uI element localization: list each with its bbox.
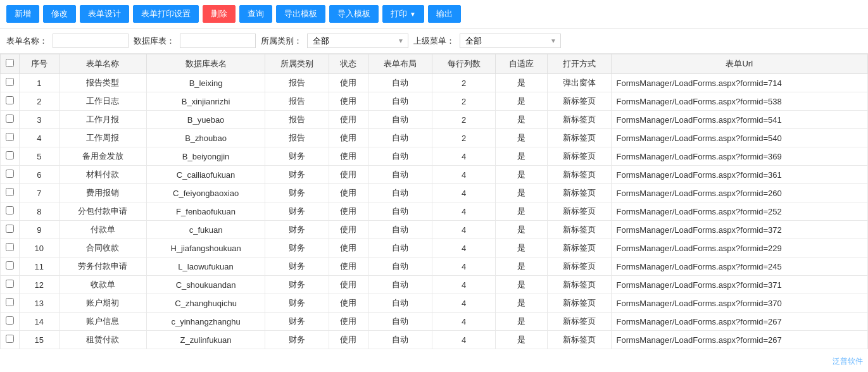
row-cols: 4 (432, 239, 496, 257)
edit-button[interactable]: 修改 (43, 5, 76, 23)
row-seq: 4 (20, 129, 60, 147)
row-checkbox[interactable] (6, 78, 14, 86)
row-status: 使用 (329, 147, 368, 166)
row-checkbox[interactable] (6, 225, 14, 233)
output-button[interactable]: 输出 (428, 5, 461, 23)
row-form-name: 工作月报 (59, 111, 146, 129)
row-checkbox[interactable] (6, 96, 14, 104)
row-adaptive: 是 (496, 294, 548, 313)
row-cols: 2 (432, 129, 496, 147)
row-category: 财务 (265, 184, 329, 202)
row-checkbox[interactable] (6, 280, 14, 288)
table-row: 6 材料付款 C_cailiaofukuan 财务 使用 自动 4 是 新标签页… (1, 166, 868, 184)
print-dropdown-arrow-icon: ▼ (410, 11, 416, 18)
toolbar: 新增 修改 表单设计 表单打印设置 删除 查询 导出模板 导入模板 打印 ▼ 输… (0, 0, 868, 28)
row-url: FormsManager/LoadForms.aspx?formid=260 (611, 184, 867, 202)
row-status: 使用 (329, 313, 368, 331)
row-checkbox[interactable] (6, 170, 14, 178)
row-adaptive: 是 (496, 257, 548, 276)
header-db-table: 数据库表名 (147, 54, 265, 74)
row-cols: 4 (432, 184, 496, 202)
row-checkbox[interactable] (6, 115, 14, 123)
form-design-button[interactable]: 表单设计 (80, 5, 129, 23)
export-template-button[interactable]: 导出模板 (276, 5, 325, 23)
row-db-table: F_fenbaofukuan (147, 202, 265, 221)
row-db-table: B_beiyongjin (147, 147, 265, 166)
table-row: 5 备用金发放 B_beiyongjin 财务 使用 自动 4 是 新标签页 F… (1, 147, 868, 166)
row-form-name: 账户信息 (59, 313, 146, 331)
row-db-table: B_xinjianrizhi (147, 92, 265, 111)
row-category: 财务 (265, 239, 329, 257)
row-checkbox[interactable] (6, 133, 14, 141)
print-button[interactable]: 打印 ▼ (382, 5, 424, 23)
row-checkbox[interactable] (6, 188, 14, 196)
delete-button[interactable]: 删除 (203, 5, 236, 23)
form-name-input[interactable] (53, 34, 129, 48)
row-db-table: c_yinhangzhanghu (147, 313, 265, 331)
table-row: 11 劳务付款申请 L_laowufukuan 财务 使用 自动 4 是 新标签… (1, 257, 868, 276)
row-category: 财务 (265, 166, 329, 184)
row-checkbox[interactable] (6, 298, 14, 306)
row-cols: 2 (432, 74, 496, 92)
row-status: 使用 (329, 331, 368, 349)
category-label: 所属类别： (261, 35, 302, 47)
row-checkbox-cell (1, 221, 20, 239)
header-checkbox-cell (1, 54, 20, 74)
row-status: 使用 (329, 221, 368, 239)
import-template-button[interactable]: 导入模板 (329, 5, 379, 23)
row-cols: 4 (432, 147, 496, 166)
query-button[interactable]: 查询 (239, 5, 272, 23)
db-table-input[interactable] (180, 34, 256, 48)
row-status: 使用 (329, 276, 368, 294)
row-layout: 自动 (368, 239, 432, 257)
form-print-settings-button[interactable]: 表单打印设置 (133, 5, 199, 23)
parent-menu-select[interactable]: 全部 (460, 34, 560, 47)
header-category: 所属类别 (265, 54, 329, 74)
row-url: FormsManager/LoadForms.aspx?formid=361 (611, 166, 867, 184)
row-adaptive: 是 (496, 331, 548, 349)
row-status: 使用 (329, 111, 368, 129)
row-db-table: Z_zulinfukuan (147, 331, 265, 349)
row-open-mode: 新标签页 (547, 239, 611, 257)
row-category: 财务 (265, 221, 329, 239)
row-db-table: C_zhanghuqichu (147, 294, 265, 313)
row-cols: 4 (432, 166, 496, 184)
row-cols: 2 (432, 111, 496, 129)
row-url: FormsManager/LoadForms.aspx?formid=372 (611, 221, 867, 239)
row-seq: 5 (20, 147, 60, 166)
add-button[interactable]: 新增 (6, 5, 39, 23)
table-row: 9 付款单 c_fukuan 财务 使用 自动 4 是 新标签页 FormsMa… (1, 221, 868, 239)
row-url: FormsManager/LoadForms.aspx?formid=245 (611, 257, 867, 276)
row-checkbox[interactable] (6, 243, 14, 251)
row-checkbox[interactable] (6, 261, 14, 270)
row-adaptive: 是 (496, 221, 548, 239)
row-category: 财务 (265, 276, 329, 294)
row-layout: 自动 (368, 294, 432, 313)
category-select[interactable]: 全部 报告 财务 行政 人事 (308, 34, 408, 47)
select-all-checkbox[interactable] (6, 59, 14, 67)
row-category: 财务 (265, 202, 329, 221)
row-category: 报告 (265, 74, 329, 92)
row-db-table: H_jiafangshoukuan (147, 239, 265, 257)
row-db-table: B_zhoubao (147, 129, 265, 147)
row-checkbox-cell (1, 184, 20, 202)
row-url: FormsManager/LoadForms.aspx?formid=714 (611, 74, 867, 92)
header-cols: 每行列数 (432, 54, 496, 74)
table-row: 14 账户信息 c_yinhangzhanghu 财务 使用 自动 4 是 新标… (1, 313, 868, 331)
row-category: 报告 (265, 111, 329, 129)
row-checkbox[interactable] (6, 335, 14, 343)
table-row: 15 租赁付款 Z_zulinfukuan 财务 使用 自动 4 是 新标签页 … (1, 331, 868, 349)
row-open-mode: 新标签页 (547, 184, 611, 202)
row-checkbox[interactable] (6, 151, 14, 159)
row-seq: 9 (20, 221, 60, 239)
row-cols: 4 (432, 294, 496, 313)
row-adaptive: 是 (496, 92, 548, 111)
row-seq: 1 (20, 74, 60, 92)
row-checkbox[interactable] (6, 206, 14, 214)
row-checkbox-cell (1, 257, 20, 276)
row-adaptive: 是 (496, 276, 548, 294)
row-checkbox[interactable] (6, 316, 14, 325)
header-layout: 表单布局 (368, 54, 432, 74)
parent-menu-label: 上级菜单： (413, 35, 455, 47)
row-category: 财务 (265, 147, 329, 166)
